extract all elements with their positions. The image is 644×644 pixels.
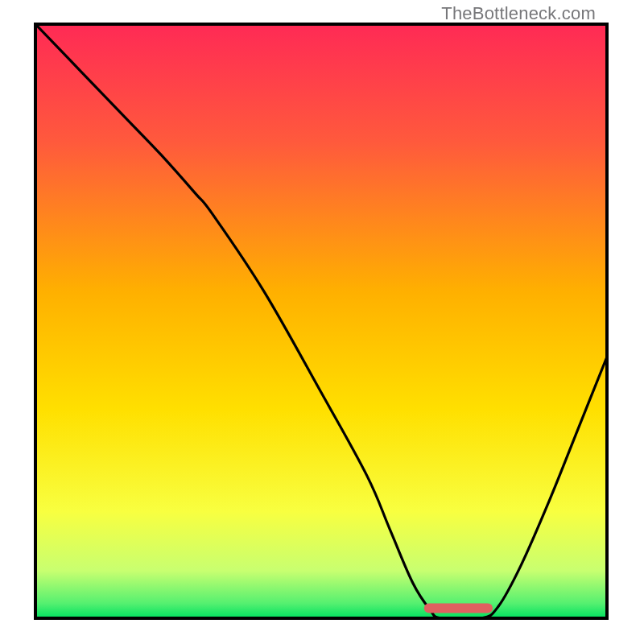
chart-svg — [0, 0, 644, 644]
bottleneck-chart-container: { "attribution": "TheBottleneck.com", "p… — [0, 0, 644, 644]
plot-area — [35, 24, 607, 620]
optimal-range-marker — [424, 603, 493, 613]
